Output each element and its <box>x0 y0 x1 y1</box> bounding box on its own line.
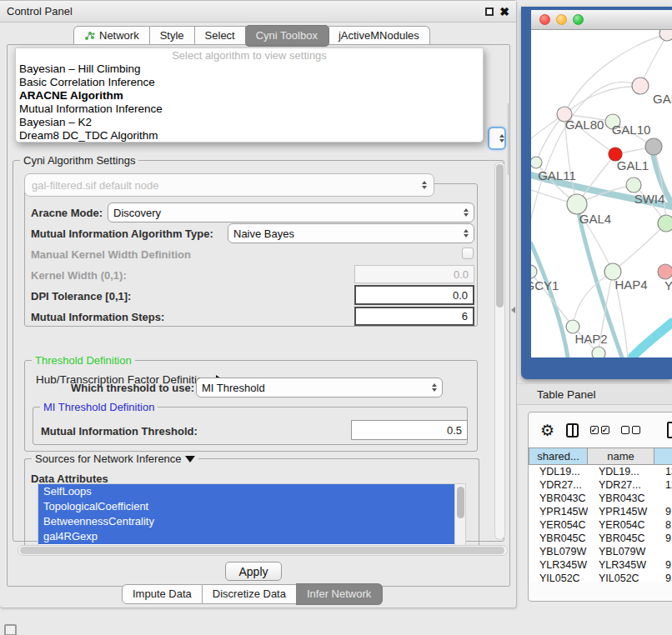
data-attributes-list[interactable]: SelfLoopsTopologicalCoefficientBetweenne… <box>38 483 466 547</box>
table-row[interactable]: YBR043CYBR043C <box>529 492 672 505</box>
network-node[interactable] <box>659 30 672 41</box>
table-cell[interactable]: 9 <box>654 572 672 582</box>
table-cell[interactable]: YBL079W <box>529 545 588 558</box>
attribute-item-gal4rgexp[interactable]: gal4RGexp <box>38 529 454 544</box>
table-cell[interactable]: 9. <box>654 558 672 572</box>
table-cell[interactable]: 13 <box>654 465 672 478</box>
mi-type-combo[interactable]: Naive Bayes <box>228 223 474 243</box>
kernel-width-field[interactable]: 0.0 <box>354 265 474 283</box>
table-cell[interactable]: YLR345W <box>588 558 654 572</box>
dpi-tolerance-field[interactable]: 0.0 <box>354 285 474 305</box>
table-cell[interactable]: YDL19... <box>529 465 588 478</box>
network-canvas[interactable]: GALGAL80GAL10GAL1GAL11SWI4GAL4GCY1HAP4YH… <box>531 30 672 358</box>
table-cell[interactable]: YPR145W <box>588 505 654 518</box>
table-cell[interactable]: YDR27... <box>529 478 588 492</box>
control-panel-titlebar[interactable]: Control Panel ✖ <box>0 1 516 22</box>
network-node[interactable] <box>531 265 537 278</box>
select-all-icon[interactable]: ✓✓ <box>590 426 609 434</box>
algorithm-combo-arrow-button[interactable] <box>488 127 506 150</box>
algorithm-option-mutual-information-inference[interactable]: Mutual Information Inference <box>16 102 483 116</box>
network-edge[interactable] <box>564 87 640 114</box>
dock-panel-icon[interactable] <box>4 624 17 635</box>
table-cell[interactable]: YLR345W <box>529 558 588 572</box>
table-cell[interactable] <box>654 545 672 558</box>
table-row[interactable]: YDL19...YDL19...13 <box>529 465 672 478</box>
table-cell[interactable]: 8. <box>654 518 672 532</box>
table-cell[interactable]: 9. <box>654 505 672 518</box>
mi-steps-field[interactable]: 6 <box>354 307 474 326</box>
network-window-titlebar[interactable] <box>531 10 672 30</box>
table-cell[interactable]: YBL079W <box>588 545 654 558</box>
table-cell[interactable]: 9. <box>654 532 672 545</box>
network-node[interactable] <box>645 138 662 155</box>
table-row[interactable]: YER054CYER054C8. <box>529 518 672 532</box>
algorithm-option-bayesian-k2[interactable]: Bayesian – K2 <box>16 116 483 129</box>
float-window-icon[interactable] <box>485 8 494 16</box>
tab-discretize-data[interactable]: Discretize Data <box>203 584 297 604</box>
table-cell[interactable]: YBR043C <box>588 492 654 505</box>
table-cell[interactable]: YER054C <box>529 518 588 532</box>
algorithm-option-aracne-algorithm[interactable]: ARACNE Algorithm <box>16 89 483 102</box>
table-cell[interactable]: YBR045C <box>588 532 654 545</box>
table-cell[interactable]: YIL052C <box>588 572 654 582</box>
which-threshold-combo[interactable]: MI Threshold <box>196 378 443 398</box>
network-edge[interactable] <box>536 114 564 162</box>
apply-button[interactable]: Apply <box>225 562 282 581</box>
network-node[interactable] <box>531 157 542 168</box>
table-cell[interactable]: YBR045C <box>529 532 588 545</box>
column-header-shared[interactable]: shared... <box>529 448 588 465</box>
algorithm-option-basic-correlation-inference[interactable]: Basic Correlation Inference <box>16 76 483 89</box>
manual-kernel-checkbox[interactable] <box>462 248 474 259</box>
table-row[interactable]: YBR045CYBR045C9. <box>529 532 672 545</box>
algorithm-option-dream8-dc-tdc-algorithm[interactable]: Dream8 DC_TDC Algorithm <box>16 129 483 142</box>
tab-cyni-toolbox[interactable]: Cyni Toolbox <box>245 25 329 47</box>
table-cell[interactable]: YPR145W <box>529 505 588 518</box>
table-cell[interactable]: YIL052C <box>529 572 588 582</box>
table-cell[interactable]: 12 <box>654 478 672 492</box>
network-attribute-combo[interactable]: gal-filtered.sif default node <box>24 173 434 197</box>
table-row[interactable]: YBL079WYBL079W <box>529 545 672 558</box>
close-icon[interactable]: ✖ <box>499 8 509 16</box>
table-cell[interactable]: YBR043C <box>529 492 588 505</box>
table-cell[interactable]: YER054C <box>588 518 654 532</box>
table-row[interactable]: YLR345WYLR345W9. <box>529 558 672 572</box>
network-edge[interactable] <box>632 322 672 358</box>
tab-select[interactable]: Select <box>195 26 246 46</box>
attribute-item-selfloops[interactable]: SelfLoops <box>38 484 454 499</box>
network-node[interactable] <box>592 347 605 358</box>
tab-impute-data[interactable]: Impute Data <box>122 584 203 604</box>
deselect-all-icon[interactable] <box>621 426 640 434</box>
network-edge[interactable] <box>613 223 666 272</box>
gear-icon[interactable]: ⚙ <box>540 422 554 438</box>
tab-style[interactable]: Style <box>150 26 195 46</box>
network-node[interactable] <box>632 78 649 94</box>
tab-infer-network[interactable]: Infer Network <box>296 583 383 605</box>
network-edge[interactable] <box>531 243 568 358</box>
split-panel-icon[interactable] <box>566 423 579 438</box>
table-row[interactable]: YPR145WYPR145W9. <box>529 505 672 518</box>
column-header-name[interactable]: name <box>588 448 654 465</box>
panel-divider-grip[interactable] <box>511 307 515 313</box>
network-node[interactable] <box>658 215 672 232</box>
zoom-traffic-light-icon[interactable] <box>573 14 584 25</box>
table-cell[interactable]: YDL19... <box>588 465 654 478</box>
network-edge[interactable] <box>564 35 664 114</box>
settings-horizontal-scrollbar[interactable] <box>18 545 508 556</box>
network-node[interactable] <box>626 178 641 192</box>
column-header-hidden[interactable] <box>654 448 672 465</box>
scrollbar-thumb[interactable] <box>457 487 464 518</box>
table-row[interactable]: YIL052CYIL052C9 <box>529 572 672 582</box>
document-icon[interactable] <box>667 422 672 438</box>
tab-network[interactable]: Network <box>73 26 150 46</box>
table-cell[interactable] <box>654 492 672 505</box>
network-node[interactable] <box>658 264 672 279</box>
minimize-traffic-light-icon[interactable] <box>556 14 567 25</box>
algorithm-option-bayesian-hill-climbing[interactable]: Bayesian – Hill Climbing <box>16 62 483 76</box>
attribute-item-topologicalcoefficient[interactable]: TopologicalCoefficient <box>38 499 454 514</box>
aracne-mode-combo[interactable]: Discovery <box>108 202 474 222</box>
scrollbar-thumb[interactable] <box>20 547 504 554</box>
tab-jactivemnodules[interactable]: jActiveMNodules <box>328 26 430 46</box>
mi-threshold-field[interactable]: 0.5 <box>351 420 468 440</box>
settings-vertical-scrollbar[interactable] <box>494 162 505 540</box>
scrollbar-thumb[interactable] <box>496 164 504 308</box>
